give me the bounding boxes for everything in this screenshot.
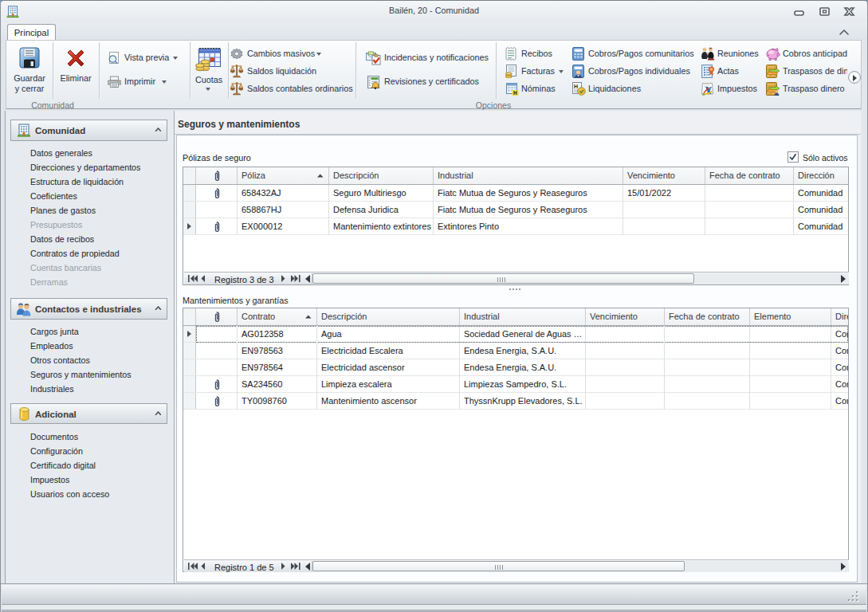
svg-text:H: H — [513, 90, 517, 96]
svg-text:H: H — [574, 84, 578, 89]
